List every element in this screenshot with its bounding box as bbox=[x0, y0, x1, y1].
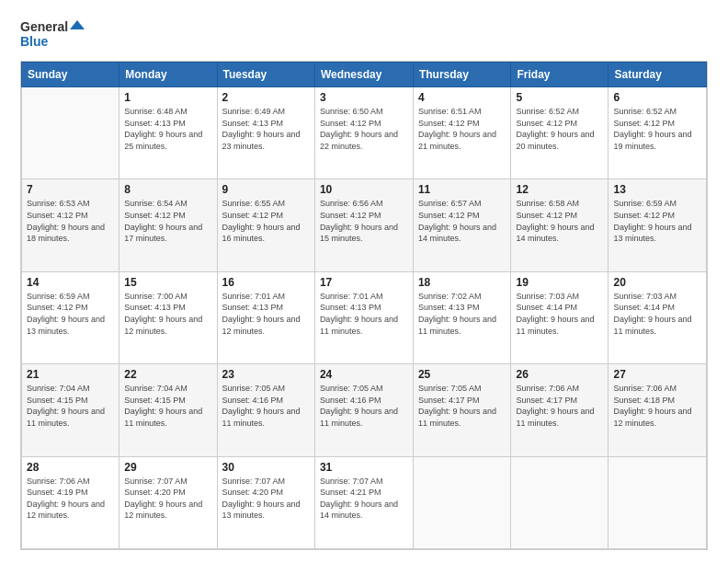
cell-info: Sunrise: 6:56 AMSunset: 4:12 PMDaylight:… bbox=[320, 198, 408, 244]
cell-info: Sunrise: 7:05 AMSunset: 4:16 PMDaylight:… bbox=[320, 383, 408, 429]
cell-info: Sunrise: 7:07 AMSunset: 4:20 PMDaylight:… bbox=[222, 476, 310, 522]
cell-info: Sunrise: 6:51 AMSunset: 4:12 PMDaylight:… bbox=[418, 106, 506, 152]
calendar-cell: 3Sunrise: 6:50 AMSunset: 4:12 PMDaylight… bbox=[314, 87, 413, 179]
cell-info: Sunrise: 6:54 AMSunset: 4:12 PMDaylight:… bbox=[124, 198, 211, 244]
svg-text:General: General bbox=[20, 19, 68, 34]
svg-marker-2 bbox=[70, 20, 85, 29]
day-number: 31 bbox=[320, 461, 408, 474]
cell-info: Sunrise: 7:06 AMSunset: 4:18 PMDaylight:… bbox=[613, 383, 701, 429]
calendar-cell: 27Sunrise: 7:06 AMSunset: 4:18 PMDayligh… bbox=[609, 364, 707, 456]
calendar-cell: 2Sunrise: 6:49 AMSunset: 4:13 PMDaylight… bbox=[217, 87, 314, 179]
logo: General Blue bbox=[20, 17, 85, 52]
day-number: 7 bbox=[27, 183, 114, 196]
cell-info: Sunrise: 6:50 AMSunset: 4:12 PMDaylight:… bbox=[320, 106, 408, 152]
day-number: 28 bbox=[27, 461, 114, 474]
calendar-cell: 31Sunrise: 7:07 AMSunset: 4:21 PMDayligh… bbox=[314, 456, 413, 548]
cell-info: Sunrise: 6:59 AMSunset: 4:12 PMDaylight:… bbox=[27, 291, 114, 337]
cell-info: Sunrise: 6:52 AMSunset: 4:12 PMDaylight:… bbox=[516, 106, 603, 152]
week-row-3: 14Sunrise: 6:59 AMSunset: 4:12 PMDayligh… bbox=[22, 271, 707, 363]
calendar-cell: 18Sunrise: 7:02 AMSunset: 4:13 PMDayligh… bbox=[413, 271, 511, 363]
day-number: 9 bbox=[222, 183, 310, 196]
day-number: 24 bbox=[320, 368, 408, 381]
day-number: 17 bbox=[320, 276, 408, 289]
header: General Blue bbox=[20, 17, 708, 52]
day-number: 11 bbox=[418, 183, 506, 196]
week-row-5: 28Sunrise: 7:06 AMSunset: 4:19 PMDayligh… bbox=[22, 456, 707, 548]
calendar-cell: 16Sunrise: 7:01 AMSunset: 4:13 PMDayligh… bbox=[217, 271, 314, 363]
calendar-cell: 13Sunrise: 6:59 AMSunset: 4:12 PMDayligh… bbox=[609, 179, 707, 271]
day-number: 21 bbox=[27, 368, 114, 381]
day-number: 19 bbox=[516, 276, 603, 289]
calendar-cell: 11Sunrise: 6:57 AMSunset: 4:12 PMDayligh… bbox=[413, 179, 511, 271]
day-header-tuesday: Tuesday bbox=[217, 63, 314, 87]
day-number: 10 bbox=[320, 183, 408, 196]
day-number: 20 bbox=[613, 276, 701, 289]
calendar-cell: 20Sunrise: 7:03 AMSunset: 4:14 PMDayligh… bbox=[609, 271, 707, 363]
calendar-cell: 1Sunrise: 6:48 AMSunset: 4:13 PMDaylight… bbox=[119, 87, 217, 179]
cell-info: Sunrise: 6:48 AMSunset: 4:13 PMDaylight:… bbox=[124, 106, 211, 152]
day-number: 29 bbox=[124, 461, 211, 474]
calendar-cell bbox=[609, 456, 707, 548]
calendar-cell: 23Sunrise: 7:05 AMSunset: 4:16 PMDayligh… bbox=[217, 364, 314, 456]
day-header-thursday: Thursday bbox=[413, 63, 511, 87]
day-number: 14 bbox=[27, 276, 114, 289]
day-header-sunday: Sunday bbox=[22, 63, 119, 87]
week-row-1: 1Sunrise: 6:48 AMSunset: 4:13 PMDaylight… bbox=[22, 87, 707, 179]
day-number: 3 bbox=[320, 91, 408, 104]
day-number: 2 bbox=[222, 91, 310, 104]
cell-info: Sunrise: 7:06 AMSunset: 4:17 PMDaylight:… bbox=[516, 383, 603, 429]
calendar: SundayMondayTuesdayWednesdayThursdayFrid… bbox=[20, 61, 708, 550]
cell-info: Sunrise: 7:00 AMSunset: 4:13 PMDaylight:… bbox=[124, 291, 211, 337]
day-number: 8 bbox=[124, 183, 211, 196]
calendar-cell bbox=[413, 456, 511, 548]
day-number: 13 bbox=[613, 183, 701, 196]
day-number: 18 bbox=[418, 276, 506, 289]
cell-info: Sunrise: 7:01 AMSunset: 4:13 PMDaylight:… bbox=[222, 291, 310, 337]
calendar-cell: 17Sunrise: 7:01 AMSunset: 4:13 PMDayligh… bbox=[314, 271, 413, 363]
calendar-cell: 5Sunrise: 6:52 AMSunset: 4:12 PMDaylight… bbox=[511, 87, 609, 179]
calendar-cell: 22Sunrise: 7:04 AMSunset: 4:15 PMDayligh… bbox=[119, 364, 217, 456]
header-row: SundayMondayTuesdayWednesdayThursdayFrid… bbox=[22, 63, 707, 87]
calendar-cell: 24Sunrise: 7:05 AMSunset: 4:16 PMDayligh… bbox=[314, 364, 413, 456]
calendar-cell: 29Sunrise: 7:07 AMSunset: 4:20 PMDayligh… bbox=[119, 456, 217, 548]
calendar-cell: 6Sunrise: 6:52 AMSunset: 4:12 PMDaylight… bbox=[609, 87, 707, 179]
day-number: 1 bbox=[124, 91, 211, 104]
day-header-wednesday: Wednesday bbox=[314, 63, 413, 87]
day-number: 26 bbox=[516, 368, 603, 381]
day-number: 15 bbox=[124, 276, 211, 289]
calendar-cell: 4Sunrise: 6:51 AMSunset: 4:12 PMDaylight… bbox=[413, 87, 511, 179]
calendar-cell: 21Sunrise: 7:04 AMSunset: 4:15 PMDayligh… bbox=[22, 364, 119, 456]
cell-info: Sunrise: 6:52 AMSunset: 4:12 PMDaylight:… bbox=[613, 106, 701, 152]
calendar-cell bbox=[22, 87, 119, 179]
calendar-cell: 28Sunrise: 7:06 AMSunset: 4:19 PMDayligh… bbox=[22, 456, 119, 548]
cell-info: Sunrise: 6:55 AMSunset: 4:12 PMDaylight:… bbox=[222, 198, 310, 244]
day-number: 27 bbox=[613, 368, 701, 381]
day-header-friday: Friday bbox=[511, 63, 609, 87]
cell-info: Sunrise: 7:01 AMSunset: 4:13 PMDaylight:… bbox=[320, 291, 408, 337]
week-row-2: 7Sunrise: 6:53 AMSunset: 4:12 PMDaylight… bbox=[22, 179, 707, 271]
logo-svg: General Blue bbox=[20, 17, 85, 52]
cell-info: Sunrise: 6:59 AMSunset: 4:12 PMDaylight:… bbox=[613, 198, 701, 244]
calendar-cell: 30Sunrise: 7:07 AMSunset: 4:20 PMDayligh… bbox=[217, 456, 314, 548]
cell-info: Sunrise: 7:05 AMSunset: 4:16 PMDaylight:… bbox=[222, 383, 310, 429]
cell-info: Sunrise: 7:05 AMSunset: 4:17 PMDaylight:… bbox=[418, 383, 506, 429]
cell-info: Sunrise: 7:07 AMSunset: 4:20 PMDaylight:… bbox=[124, 476, 211, 522]
cell-info: Sunrise: 7:03 AMSunset: 4:14 PMDaylight:… bbox=[516, 291, 603, 337]
day-number: 12 bbox=[516, 183, 603, 196]
day-number: 30 bbox=[222, 461, 310, 474]
cell-info: Sunrise: 7:07 AMSunset: 4:21 PMDaylight:… bbox=[320, 476, 408, 522]
cell-info: Sunrise: 7:06 AMSunset: 4:19 PMDaylight:… bbox=[27, 476, 114, 522]
day-header-monday: Monday bbox=[119, 63, 217, 87]
cell-info: Sunrise: 7:03 AMSunset: 4:14 PMDaylight:… bbox=[613, 291, 701, 337]
day-number: 4 bbox=[418, 91, 506, 104]
day-number: 5 bbox=[516, 91, 603, 104]
calendar-cell: 10Sunrise: 6:56 AMSunset: 4:12 PMDayligh… bbox=[314, 179, 413, 271]
calendar-cell: 15Sunrise: 7:00 AMSunset: 4:13 PMDayligh… bbox=[119, 271, 217, 363]
day-number: 16 bbox=[222, 276, 310, 289]
cell-info: Sunrise: 6:57 AMSunset: 4:12 PMDaylight:… bbox=[418, 198, 506, 244]
cell-info: Sunrise: 7:04 AMSunset: 4:15 PMDaylight:… bbox=[124, 383, 211, 429]
calendar-cell: 8Sunrise: 6:54 AMSunset: 4:12 PMDaylight… bbox=[119, 179, 217, 271]
calendar-cell bbox=[511, 456, 609, 548]
week-row-4: 21Sunrise: 7:04 AMSunset: 4:15 PMDayligh… bbox=[22, 364, 707, 456]
cell-info: Sunrise: 6:49 AMSunset: 4:13 PMDaylight:… bbox=[222, 106, 310, 152]
